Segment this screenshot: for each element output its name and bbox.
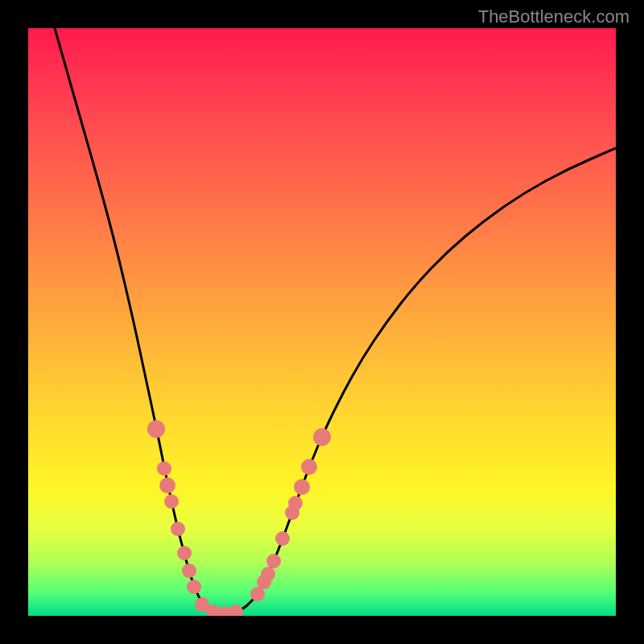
data-dot [275,531,290,546]
data-dot [187,580,201,594]
data-dot [147,420,165,438]
data-dot [313,428,331,446]
data-dot [171,522,185,536]
bottleneck-curve [55,28,616,613]
data-dot [164,494,179,509]
data-dot [229,605,243,616]
data-dot [182,564,196,578]
data-dot [157,461,171,476]
data-dot [288,496,303,510]
data-dot [261,567,275,581]
watermark-text: TheBottleneck.com [478,6,630,27]
chart-container [28,28,616,616]
data-dot [266,554,281,568]
data-dot [159,477,175,493]
data-dot [301,459,317,475]
chart-svg [28,28,616,616]
data-dot [294,479,310,495]
data-dot [177,546,192,560]
